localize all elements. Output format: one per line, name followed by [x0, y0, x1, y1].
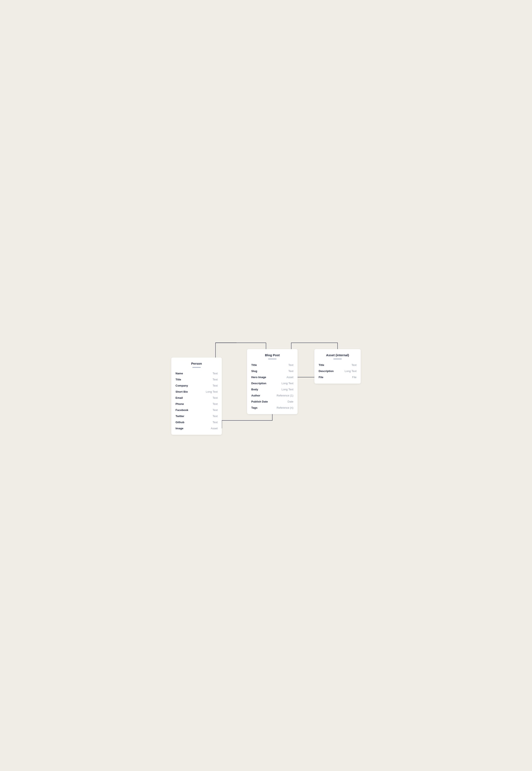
field-type: Text: [351, 363, 356, 366]
field-name: Twitter: [176, 415, 184, 418]
card-row: CompanyText: [171, 382, 222, 389]
card-row: PhoneText: [171, 401, 222, 407]
blog-post-card: Blog Post TitleTextSlugTextHero ImageAss…: [247, 349, 298, 414]
asset-card-title: Asset (internal): [314, 353, 361, 358]
field-name: Tags: [251, 406, 257, 409]
blog-post-card-title: Blog Post: [247, 353, 298, 358]
field-name: Short Bio: [176, 390, 188, 393]
field-name: Body: [251, 388, 258, 391]
field-type: Asset: [211, 427, 218, 430]
card-row: NameText: [171, 370, 222, 376]
card-row: Hero ImageAsset: [247, 374, 298, 380]
card-row: AuthorReference (1): [247, 393, 298, 399]
card-row: Publish DateDate: [247, 399, 298, 405]
blog-post-card-divider: [268, 358, 277, 359]
field-type: Reference (1): [277, 394, 293, 397]
field-type: Reference (n): [277, 406, 293, 409]
field-type: Long Text: [282, 388, 293, 391]
field-type: Long Text: [206, 390, 218, 393]
field-type: Text: [288, 369, 293, 372]
field-name: Image: [176, 427, 184, 430]
field-name: Hero Image: [251, 375, 266, 379]
field-name: Slug: [251, 369, 257, 372]
field-name: File: [319, 375, 323, 379]
field-type: Asset: [286, 375, 293, 379]
card-row: TagsReference (n): [247, 405, 298, 411]
person-card: Person NameTextTitleTextCompanyTextShort…: [171, 357, 222, 435]
card-row: SlugText: [247, 368, 298, 374]
field-type: Text: [213, 378, 218, 381]
card-row: DescriptionLong Text: [247, 380, 298, 387]
card-row: TitleText: [314, 362, 361, 368]
field-type: Long Text: [282, 382, 293, 385]
field-type: Date: [288, 400, 293, 403]
field-name: Title: [319, 363, 324, 366]
person-card-divider: [192, 367, 201, 368]
card-row: GithubText: [171, 419, 222, 425]
card-row: BodyLong Text: [247, 387, 298, 393]
card-row: TitleText: [247, 362, 298, 368]
card-row: FacebookText: [171, 407, 222, 413]
field-name: Title: [176, 378, 181, 381]
field-type: Text: [213, 372, 218, 375]
card-row: DescriptionLong Text: [314, 368, 361, 374]
card-row: FileFile: [314, 374, 361, 380]
diagram-container: Person NameTextTitleTextCompanyTextShort…: [171, 336, 361, 435]
person-card-title: Person: [171, 362, 222, 367]
field-type: Long Text: [345, 369, 356, 372]
field-name: Facebook: [176, 409, 188, 412]
card-row: EmailText: [171, 395, 222, 401]
card-row: TwitterText: [171, 413, 222, 419]
field-name: Description: [251, 382, 266, 385]
asset-card-divider: [333, 358, 342, 359]
field-name: Name: [176, 372, 183, 375]
card-row: TitleText: [171, 376, 222, 382]
field-name: Phone: [176, 403, 184, 406]
field-type: Text: [288, 363, 293, 366]
field-type: Text: [213, 421, 218, 424]
asset-card: Asset (internal) TitleTextDescriptionLon…: [314, 349, 361, 383]
field-name: Email: [176, 396, 183, 400]
field-type: Text: [213, 396, 218, 400]
field-type: Text: [213, 409, 218, 412]
card-row: Short BioLong Text: [171, 389, 222, 395]
field-name: Github: [176, 421, 184, 424]
field-name: Publish Date: [251, 400, 268, 403]
field-type: Text: [213, 415, 218, 418]
card-row: ImageAsset: [171, 425, 222, 432]
field-type: Text: [213, 403, 218, 406]
field-name: Author: [251, 394, 260, 397]
field-name: Title: [251, 363, 257, 366]
field-type: File: [352, 375, 356, 379]
field-type: Text: [213, 384, 218, 387]
field-name: Company: [176, 384, 188, 387]
field-name: Description: [319, 369, 334, 372]
